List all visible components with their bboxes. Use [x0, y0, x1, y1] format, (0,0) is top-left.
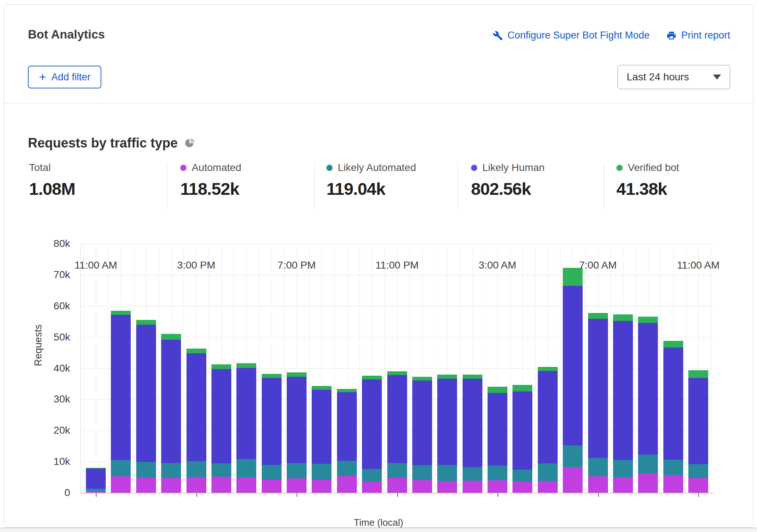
stats-row: Total 1.08M Automated 118.52k Likely Aut… — [4, 162, 753, 210]
page-title: Bot Analytics — [28, 28, 105, 41]
bar-segment-likely-automated — [236, 459, 256, 477]
time-range-select[interactable]: Last 24 hours — [617, 65, 730, 89]
card-header: Bot Analytics Configure Super Bot Fight … — [4, 5, 753, 103]
bar-segment-verified-bot — [387, 371, 407, 375]
chart-bar-2-00-PM[interactable] — [161, 334, 181, 493]
bar-segment-likely-human — [362, 379, 382, 469]
stat-total-value: 1.08M — [29, 179, 75, 199]
likely-automated-dot — [326, 165, 333, 171]
bar-segment-verified-bot — [161, 334, 181, 340]
chart-bar-1-00-AM[interactable] — [437, 375, 457, 493]
print-report-link[interactable]: Print report — [666, 30, 730, 41]
bot-analytics-card: Bot Analytics Configure Super Bot Fight … — [4, 4, 753, 528]
stat-total[interactable]: Total 1.08M — [29, 162, 75, 199]
x-tick-label: 3:00 PM — [156, 259, 237, 271]
stat-divider — [458, 164, 459, 209]
chart-bar-5-00-AM[interactable] — [538, 367, 558, 493]
x-tick-mark — [497, 493, 498, 497]
chart-bar-5-00-PM[interactable] — [236, 363, 256, 493]
chart-bar-6-00-AM[interactable] — [563, 268, 583, 493]
x-tick-mark — [297, 493, 297, 497]
chart-bar-6-00-PM[interactable] — [262, 374, 282, 493]
chart-bar-4-00-PM[interactable] — [211, 364, 231, 493]
chart-bar-4-00-AM[interactable] — [512, 385, 532, 493]
chart-bar-7-00-AM[interactable] — [588, 313, 608, 493]
stat-automated-value: 118.52k — [180, 179, 241, 199]
stat-likely-automated[interactable]: Likely Automated 119.04k — [326, 162, 416, 199]
chart-bar-10-00-PM[interactable] — [362, 376, 382, 493]
gridline-v — [234, 244, 234, 493]
stat-automated[interactable]: Automated 118.52k — [180, 162, 241, 199]
gridline-v — [435, 244, 435, 493]
bar-segment-automated — [287, 478, 307, 493]
bar-segment-likely-human — [161, 340, 181, 463]
gridline-v — [410, 244, 410, 493]
bar-segment-verified-bot — [211, 364, 231, 369]
bar-segment-likely-automated — [312, 464, 332, 479]
bar-segment-verified-bot — [638, 317, 658, 323]
bar-segment-verified-bot — [488, 387, 507, 393]
bar-segment-likely-human — [638, 323, 658, 455]
chart-bar-12-00-PM[interactable] — [111, 311, 131, 493]
bar-segment-likely-human — [337, 392, 357, 461]
stat-divider — [604, 164, 604, 209]
chart-bar-12-00-AM[interactable] — [412, 377, 432, 493]
bar-segment-verified-bot — [287, 372, 307, 377]
chart-bar-11-00-AM[interactable] — [86, 468, 106, 493]
bar-segment-likely-human — [86, 469, 106, 489]
chart-bar-7-00-PM[interactable] — [287, 372, 307, 493]
bar-segment-automated — [412, 480, 432, 493]
y-axis-title: Requests — [33, 324, 44, 366]
bar-segment-likely-human — [512, 391, 532, 470]
stat-verified-bot[interactable]: Verified bot 41.38k — [616, 162, 679, 199]
gridline-v — [660, 244, 661, 493]
time-range-value: Last 24 hours — [627, 71, 689, 83]
bar-segment-likely-automated — [663, 460, 683, 475]
stat-likely-human-label: Likely Human — [482, 162, 545, 174]
y-tick-label: 60k — [26, 300, 70, 312]
chart-bar-10-00-AM[interactable] — [663, 341, 683, 493]
stat-automated-label: Automated — [192, 162, 241, 174]
stat-likely-human[interactable]: Likely Human 802.56k — [471, 162, 545, 199]
chart-bar-11-00-AM[interactable] — [688, 370, 708, 493]
gridline-v — [485, 244, 485, 493]
bar-segment-likely-automated — [688, 464, 708, 478]
bar-segment-verified-bot — [186, 349, 206, 353]
x-tick-label: 11:00 AM — [658, 259, 739, 271]
add-filter-button[interactable]: + Add filter — [28, 66, 101, 88]
wrench-icon — [493, 30, 503, 41]
gridline-v — [460, 244, 460, 493]
gridline-v — [611, 244, 611, 493]
bar-segment-likely-automated — [86, 489, 106, 491]
gridline-v — [309, 244, 309, 493]
chart-bar-9-00-PM[interactable] — [337, 389, 357, 493]
chart-bar-3-00-PM[interactable] — [186, 349, 206, 493]
bar-segment-automated — [262, 480, 282, 493]
chart-bar-9-00-AM[interactable] — [638, 317, 658, 493]
gridline-v — [209, 244, 209, 493]
chart-bar-8-00-PM[interactable] — [312, 386, 332, 493]
stat-likely-human-value: 802.56k — [471, 179, 545, 199]
bar-segment-automated — [111, 476, 131, 493]
bar-segment-likely-automated — [362, 469, 382, 482]
bar-segment-likely-automated — [211, 463, 231, 477]
y-tick-label: 50k — [26, 331, 70, 343]
bar-segment-likely-automated — [563, 445, 583, 467]
bar-segment-automated — [688, 478, 708, 493]
chart-bar-8-00-AM[interactable] — [613, 314, 633, 493]
stat-verified-bot-value: 41.38k — [616, 179, 679, 199]
bar-segment-likely-human — [488, 393, 507, 466]
chart-bar-11-00-PM[interactable] — [387, 371, 407, 493]
y-tick-label: 0 — [26, 487, 70, 499]
bar-segment-likely-automated — [588, 458, 608, 476]
bar-segment-likely-human — [287, 377, 307, 463]
y-tick-label: 80k — [26, 238, 70, 249]
chart-bar-2-00-AM[interactable] — [463, 375, 482, 493]
chart-bar-1-00-PM[interactable] — [136, 320, 156, 493]
bar-segment-likely-automated — [488, 466, 507, 480]
bar-segment-likely-human — [111, 315, 131, 460]
pie-chart-icon — [184, 138, 195, 149]
y-axis-line — [80, 244, 81, 493]
chart-bar-3-00-AM[interactable] — [488, 387, 507, 493]
configure-super-bot-fight-mode-link[interactable]: Configure Super Bot Fight Mode — [493, 30, 649, 41]
